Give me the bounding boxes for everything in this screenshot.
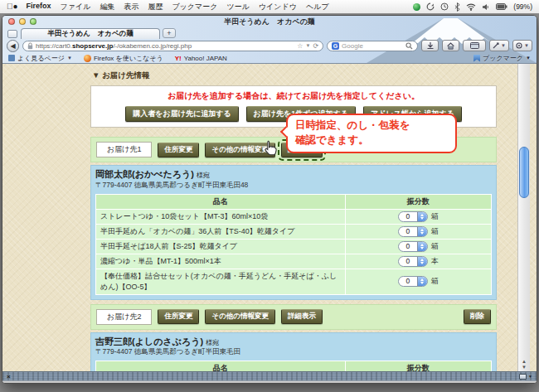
bookmark-item[interactable]: Y!Yahoo! JAPAN	[175, 55, 227, 62]
detail-view-button[interactable]: 詳細表示	[281, 309, 323, 324]
quantity-stepper[interactable]: 0	[398, 276, 428, 287]
tab-groups-icon[interactable]	[7, 30, 17, 38]
table-row: 【奉仕価格】詰合せセット(オカベの麺・手延うどん・手延そば・ふしめん)【OO-5…	[96, 269, 492, 294]
stepper-up-icon[interactable]	[420, 244, 424, 246]
menu-item-履歴[interactable]: 履歴	[148, 2, 163, 12]
wifi-icon[interactable]	[466, 3, 476, 11]
product-allocation-table: 品名振分数ストレートつゆ・10袋セット【MT-3】60ml×10袋0箱半田手延め…	[95, 194, 492, 295]
toolbar-addon-button-1[interactable]: ▼	[489, 40, 509, 51]
stepper-down-icon[interactable]	[420, 217, 424, 220]
bookmark-label: よく見るページ	[17, 54, 65, 63]
allocation-cell: 0箱	[345, 224, 492, 239]
other-info-change-button[interactable]: その他の情報変更	[205, 309, 275, 324]
grid-icon	[8, 55, 15, 61]
scrollbar-thumb[interactable]	[519, 147, 529, 198]
search-placeholder: Google	[342, 42, 363, 50]
apple-menu-icon[interactable]: ︎●	[7, 2, 18, 11]
clock-icon[interactable]	[440, 2, 449, 11]
tool-icon-2	[516, 42, 522, 49]
vertical-scrollbar[interactable]: ▲▼	[517, 64, 530, 371]
back-button[interactable]: ◀	[7, 40, 19, 52]
battery-icon[interactable]	[496, 3, 507, 10]
menu-item-ツール[interactable]: ツール	[226, 2, 249, 12]
stepper-down-icon[interactable]	[420, 282, 424, 284]
add-destination-button-1[interactable]: 購入者をお届け先に追加する	[125, 106, 238, 122]
bookmarks-toolbar: よく見るページ▼Firefox を使いこなそうY!Yahoo! JAPAN ブッ…	[2, 52, 537, 64]
firefox-window: 半田そうめん オカベの麺 半田そうめん オカベの麺 + ◀ https://ca…	[2, 15, 537, 384]
toolbar-addon-button-2[interactable]: ▼	[512, 40, 532, 51]
quantity-stepper[interactable]: 0	[398, 211, 428, 222]
bookmark-label: Yahoo! JAPAN	[184, 55, 227, 62]
recipient-bar-2: お届け先2住所変更その他の情報変更詳細表示削除	[90, 304, 497, 330]
dropdown-caret-icon[interactable]: ▼	[501, 43, 506, 48]
url-bar[interactable]: https://cart0.shopserve.jp/-/okabemen.co…	[22, 41, 323, 51]
stepper-arrows-icon[interactable]	[417, 257, 427, 266]
menu-item-編集[interactable]: 編集	[100, 2, 114, 12]
firefox-icon	[84, 55, 91, 62]
bookmark-label: Firefox を使いこなそう	[94, 54, 163, 63]
stepper-down-icon[interactable]	[420, 262, 424, 264]
bookmark-item[interactable]: よく見るページ▼	[8, 54, 72, 63]
home-button[interactable]	[442, 40, 459, 51]
table-row: ストレートつゆ・10袋セット【MT-3】60ml×10袋0箱	[96, 209, 492, 224]
menu-item-表示[interactable]: 表示	[124, 2, 138, 12]
stepper-arrows-icon[interactable]	[417, 227, 427, 236]
recipient-address: 〒779-4407 徳島県美馬郡つるぎ町半田東毛田48	[95, 181, 492, 191]
app-status-icon[interactable]	[413, 3, 420, 11]
quantity-value: 0	[399, 242, 417, 251]
search-icon[interactable]	[405, 42, 413, 50]
menu-item-ウインドウ[interactable]: ウインドウ	[259, 2, 297, 12]
scrollbar-arrows[interactable]: ▲▼	[518, 359, 530, 370]
yahoo-icon: Y!	[175, 55, 182, 62]
address-change-button[interactable]: 住所変更	[158, 143, 199, 157]
address-change-button[interactable]: 住所変更	[158, 309, 199, 324]
column-header-count: 振分数	[345, 361, 492, 371]
search-input[interactable]: G Google	[327, 41, 418, 51]
hand-cursor-icon	[263, 140, 277, 156]
recipient-label: お届け先1	[96, 142, 152, 157]
active-tab[interactable]: 半田そうめん オカベの麺	[21, 28, 160, 39]
dropdown-caret-icon[interactable]: ▼	[524, 43, 529, 48]
url-dropdown-icon[interactable]: ▼	[305, 43, 310, 48]
volume-icon[interactable]	[482, 3, 490, 11]
menu-item-firefox[interactable]: Firefox	[27, 2, 51, 12]
bookmark-star-icon[interactable]: ☆	[297, 42, 303, 50]
minimize-window-button[interactable]	[19, 18, 26, 25]
navigation-toolbar: ◀ https://cart0.shopserve.jp/-/okabemen.…	[2, 39, 537, 52]
quantity-stepper[interactable]: 0	[398, 241, 428, 252]
new-tab-button[interactable]: +	[163, 28, 176, 38]
allocation-cell: 0箱	[345, 269, 492, 294]
stepper-arrows-icon[interactable]	[417, 242, 427, 251]
stepper-up-icon[interactable]	[420, 229, 424, 231]
stepper-up-icon[interactable]	[420, 259, 424, 261]
menu-item-ヘルプ[interactable]: ヘルプ	[306, 2, 329, 12]
menu-item-ファイル[interactable]: ファイル	[61, 2, 91, 12]
bluetooth-icon[interactable]	[454, 2, 460, 12]
downloads-button[interactable]	[421, 40, 439, 51]
delete-recipient-button[interactable]: 削除	[464, 309, 491, 324]
quantity-stepper[interactable]: 0	[398, 256, 428, 267]
stepper-up-icon[interactable]	[420, 214, 424, 216]
table-row: 半田手延めん「オカベの麺」36人前【TS-40】乾麺タイプ0箱	[96, 224, 492, 239]
stepper-arrows-icon[interactable]	[417, 277, 427, 286]
reload-icon[interactable]: ⟳	[313, 42, 318, 50]
bookmarks-menu-button[interactable]: ブックマーク ▼	[473, 54, 531, 63]
window-title: 半田そうめん オカベの麺	[224, 17, 315, 27]
addon-panel-button[interactable]	[463, 40, 486, 51]
stepper-down-icon[interactable]	[420, 232, 424, 235]
addon-bar-widget[interactable]: ▼	[519, 374, 532, 380]
close-window-button[interactable]	[8, 18, 15, 25]
stepper-arrows-icon[interactable]	[417, 212, 427, 221]
quantity-stepper[interactable]: 0	[398, 226, 428, 237]
stepper-up-icon[interactable]	[420, 278, 424, 281]
menu-item-ブックマーク[interactable]: ブックマーク	[172, 2, 217, 12]
window-title-bar[interactable]: 半田そうめん オカベの麺	[2, 16, 537, 27]
sync-icon[interactable]	[426, 2, 435, 11]
zoom-window-button[interactable]	[30, 18, 36, 25]
close-addon-bar-button[interactable]: ×	[7, 373, 11, 380]
window-bottom-edge[interactable]	[2, 380, 537, 384]
bookmark-item[interactable]: Firefox を使いこなそう	[84, 54, 163, 63]
stepper-down-icon[interactable]	[420, 247, 424, 249]
download-icon	[427, 42, 434, 50]
recipient-honorific: 様宛	[206, 339, 219, 346]
